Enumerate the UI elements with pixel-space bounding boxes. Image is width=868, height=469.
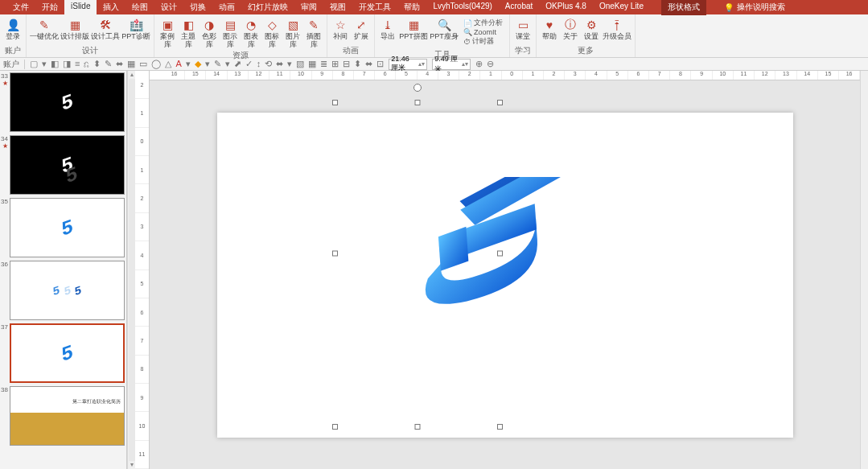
tab-help[interactable]: 帮助 <box>397 0 426 15</box>
ribbon-button[interactable]: ▦设计排版 <box>60 16 89 44</box>
ribbon-icon: ☆ <box>333 18 348 32</box>
ribbon-button[interactable]: ▣案例库 <box>158 16 177 49</box>
ribbon-button[interactable]: ▤图示库 <box>220 16 240 49</box>
tab-slideshow[interactable]: 幻灯片放映 <box>241 0 294 15</box>
ribbon-label: PPT诊断 <box>121 33 150 41</box>
scroll-track[interactable] <box>129 79 135 461</box>
ruler-tick: 9 <box>312 71 333 80</box>
tab-design[interactable]: 设计 <box>154 0 183 15</box>
tab-islide[interactable]: iSlide <box>64 0 97 15</box>
ribbon-button[interactable]: ◑色彩库 <box>200 16 219 49</box>
qat-icon[interactable]: ≡ <box>75 59 80 69</box>
ribbon-label: 图标库 <box>262 33 282 49</box>
ribbon-button[interactable]: ▧图片库 <box>283 16 302 49</box>
qat-account[interactable]: 账户 <box>3 59 19 70</box>
qat-icon[interactable]: ⬌ <box>365 59 372 69</box>
qat-icon[interactable]: ✎ <box>105 59 112 69</box>
ribbon-side-item[interactable]: ⏱计时器 <box>463 36 503 47</box>
tab-view[interactable]: 视图 <box>323 0 352 15</box>
tab-onekey[interactable]: OneKey Lite <box>593 0 650 15</box>
tab-home[interactable]: 开始 <box>35 0 64 15</box>
tab-insert[interactable]: 插入 <box>97 0 125 15</box>
ribbon-button[interactable]: 👤登录 <box>3 16 23 44</box>
slide-thumbnail[interactable]: 355 <box>0 196 126 259</box>
qat-icon[interactable]: ⎌ <box>84 59 89 69</box>
tab-acrobat[interactable]: Acrobat <box>499 0 539 15</box>
tab-shape-format[interactable]: 形状格式 <box>661 0 706 15</box>
ribbon-button[interactable]: ⤢扩展 <box>352 16 371 44</box>
resize-handle[interactable] <box>415 100 421 105</box>
tab-lvyhtools[interactable]: LvyhTools(0429) <box>426 0 498 15</box>
qat-icon[interactable]: ▢ <box>30 59 38 69</box>
ribbon-button[interactable]: ◔图表库 <box>241 16 261 49</box>
qat-icon[interactable]: ⬍ <box>93 59 101 69</box>
slide-canvas[interactable] <box>217 113 793 438</box>
tab-draw[interactable]: 绘图 <box>125 0 154 15</box>
ribbon-button[interactable]: ⤓导出 <box>378 16 397 48</box>
ribbon-group: ▣案例库◧主题库◑色彩库▤图示库◔图表库◇图标库▧图片库✎插图库资源 <box>154 14 327 57</box>
ribbon-button[interactable]: 🛠设计工具 <box>91 16 120 44</box>
slide-thumbnail[interactable]: 33★5 <box>0 71 126 134</box>
qat-icon[interactable]: ⬍ <box>354 59 361 69</box>
qat-icon[interactable]: ▾ <box>42 59 47 69</box>
ribbon-button[interactable]: ◧主题库 <box>179 16 198 49</box>
qat-icon[interactable]: ◨ <box>63 59 71 69</box>
ribbon-button[interactable]: ⭱升级会员 <box>603 16 631 44</box>
scroll-down-icon[interactable]: ▾ <box>130 461 134 469</box>
spinner-icon[interactable]: ▴▾ <box>418 61 425 68</box>
ribbon-button[interactable]: 🏥PPT诊断 <box>121 16 150 44</box>
ribbon-button[interactable]: ☆补间 <box>331 16 350 44</box>
slide-thumbnail[interactable]: 38第二章打造职业化简历 <box>0 385 126 447</box>
resize-handle[interactable] <box>497 100 503 105</box>
ribbon-button[interactable]: ⚙设置 <box>582 16 601 44</box>
resize-handle[interactable] <box>415 424 421 430</box>
ruler-tick: 11 <box>269 71 290 80</box>
rotate-handle[interactable] <box>413 84 422 92</box>
tab-file[interactable]: 文件 <box>6 0 35 15</box>
thumbnail-preview: 5 <box>10 72 125 132</box>
qat-icon[interactable]: ◧ <box>51 59 59 69</box>
ribbon-side-item[interactable]: 🔍ZoomIt <box>463 28 503 36</box>
qat-icon[interactable]: ▭ <box>139 59 147 69</box>
qat-icon[interactable]: ⬌ <box>116 59 123 69</box>
slide-thumbnail[interactable]: 375 <box>0 322 126 385</box>
slide-thumbnail[interactable]: 34★55 <box>0 134 126 196</box>
tab-okplus[interactable]: OKPlus 4.8 <box>539 0 593 15</box>
ruler-tick: 3 <box>438 71 459 80</box>
qat-icon[interactable]: ▦ <box>127 59 135 69</box>
tab-review[interactable]: 审阅 <box>294 0 323 15</box>
ribbon-button[interactable]: ✎一键优化 <box>30 16 59 44</box>
canvas-wrap[interactable]: ⌖ <box>150 80 860 469</box>
ribbon-button[interactable]: ▦PPT拼图 <box>399 16 428 48</box>
slide-panel[interactable]: 33★534★553553655537538第二章打造职业化简历 <box>0 71 127 469</box>
resize-handle[interactable] <box>497 424 503 430</box>
ribbon-button[interactable]: ♥帮助 <box>540 16 559 44</box>
ruler-tick: 15 <box>818 71 839 80</box>
selection-box[interactable] <box>335 80 500 426</box>
slide-thumbnail[interactable]: 36555 <box>0 259 126 322</box>
editor-scrollbar[interactable] <box>860 71 868 469</box>
ribbon-button[interactable]: ▭课堂 <box>513 16 533 44</box>
ribbon-side-item[interactable]: 📄文件分析 <box>463 18 503 28</box>
tell-me-search[interactable]: 💡 操作说明搜索 <box>724 2 785 13</box>
tab-animation[interactable]: 动画 <box>212 0 241 15</box>
tab-developer[interactable]: 开发工具 <box>352 0 397 15</box>
resize-handle[interactable] <box>332 100 338 105</box>
resize-handle[interactable] <box>332 424 338 430</box>
ribbon-button[interactable]: ◇图标库 <box>262 16 282 49</box>
ruler-tick: 11 <box>135 441 149 469</box>
ribbon-button[interactable]: ⓘ关于 <box>561 16 580 44</box>
ribbon-button[interactable]: 🔍PPT瘦身 <box>430 16 459 48</box>
ribbon-group: 👤登录账户 <box>0 14 27 57</box>
resize-handle[interactable] <box>332 251 338 257</box>
tab-transition[interactable]: 切换 <box>183 0 212 15</box>
ribbon-button[interactable]: ✎插图库 <box>304 16 323 49</box>
ribbon-icon: ▭ <box>516 18 530 32</box>
qat-icon[interactable]: ⊞ <box>331 59 339 69</box>
scroll-up-icon[interactable]: ▴ <box>130 71 134 79</box>
slide-panel-scrollbar[interactable]: ▴ ▾ <box>127 71 135 469</box>
qat-icon[interactable]: ⊟ <box>343 59 350 69</box>
resize-handle[interactable] <box>497 251 503 257</box>
ribbon-label: 插图库 <box>304 33 323 49</box>
spinner-icon[interactable]: ▴▾ <box>462 61 468 68</box>
